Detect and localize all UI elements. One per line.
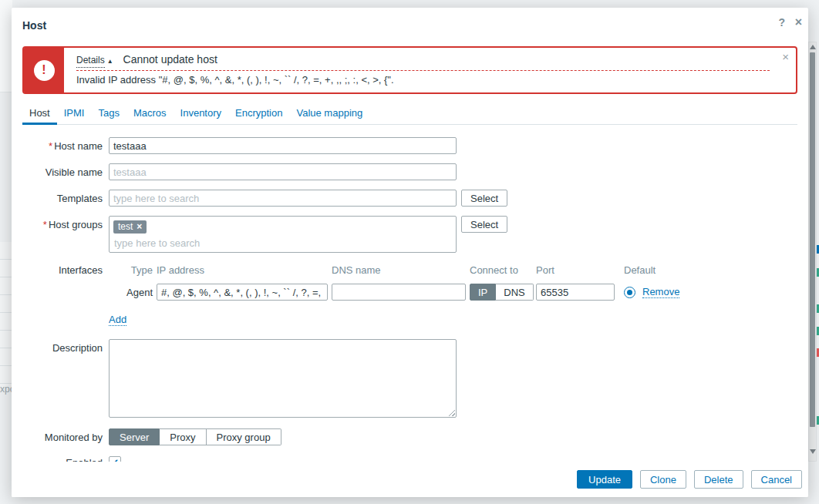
description-textarea[interactable] [109,339,457,418]
tab-value-mapping[interactable]: Value mapping [289,103,369,124]
description-label: Description [22,339,109,354]
background-table-rows [0,242,12,388]
scrollbar-track[interactable] [808,42,817,462]
connect-ip-button[interactable]: IP [470,284,496,301]
interface-port-input[interactable] [536,284,615,301]
description-row: Description [22,339,797,418]
page: xpo Host ? × ! Details ▲ Cannot update h… [0,0,819,504]
scroll-down-arrow-icon[interactable] [810,449,816,454]
error-title: Cannot update host [123,53,217,66]
visible-name-row: Visible name [22,163,797,180]
dialog-footer: Update Clone Delete Cancel [12,462,808,497]
dialog-tabs: Host IPMI Tags Macros Inventory Encrypti… [22,103,797,125]
default-radio[interactable] [624,287,635,298]
cancel-button[interactable]: Cancel [751,470,802,489]
templates-input[interactable] [109,190,457,207]
update-button[interactable]: Update [577,470,632,489]
interface-remove-link[interactable]: Remove [642,286,679,298]
host-form: *Host name Visible name Templates Select… [12,125,808,469]
col-connect-to: Connect to [470,264,532,276]
radio-dot [627,290,632,295]
tab-tags[interactable]: Tags [91,103,126,124]
required-mark: * [43,219,47,230]
col-default: Default [618,264,679,276]
description-wrap [109,339,457,418]
dialog-header: Host ? × [12,8,808,32]
interfaces-row: Interfaces Type IP address DNS name Conn… [22,264,797,339]
col-port: Port [536,264,615,276]
interface-ip-input[interactable] [157,284,328,301]
chip-label: test [118,222,133,232]
interface-add-link[interactable]: Add [109,314,126,326]
templates-label: Templates [22,190,109,204]
host-dialog: Host ? × ! Details ▲ Cannot update host … [12,8,808,497]
visible-name-input[interactable] [109,163,457,180]
connect-to-toggle: IP DNS [470,284,532,301]
error-content: Details ▲ Cannot update host Invalid IP … [64,48,796,92]
host-groups-multiselect[interactable]: test × type here to search [109,216,457,253]
host-groups-label: Host groups [49,219,103,230]
templates-select-button[interactable]: Select [461,190,507,207]
host-groups-placeholder: type here to search [113,237,452,249]
tab-inventory[interactable]: Inventory [174,103,228,124]
interface-type-label: Agent [109,287,153,298]
error-close-icon[interactable]: × [782,52,789,62]
host-groups-row: *Host groups test × type here to search … [22,216,797,253]
monitored-server-button[interactable]: Server [109,428,160,445]
monitored-by-label: Monitored by [22,428,109,443]
interfaces-header: Type IP address DNS name Connect to Port… [109,264,679,276]
interface-default-cell: Remove [618,286,679,298]
details-collapse-arrow-icon[interactable]: ▲ [107,55,113,68]
col-ip-address: IP address [157,264,328,276]
host-name-input[interactable] [109,137,457,154]
monitored-proxy-button[interactable]: Proxy [160,428,206,445]
connect-dns-button[interactable]: DNS [496,284,533,301]
scrollbar-thumb[interactable] [810,52,815,427]
tab-ipmi[interactable]: IPMI [57,103,92,124]
interface-agent-row: Agent IP DNS Remove [109,284,679,301]
host-group-chip: test × [113,220,147,234]
required-mark: * [49,140,52,152]
col-type: Type [109,264,153,276]
error-exclamation-icon: ! [34,60,55,81]
dialog-title: Host [22,18,797,32]
help-icon[interactable]: ? [778,16,785,29]
interface-dns-input[interactable] [332,284,466,301]
dialog-close-icon[interactable]: × [795,16,802,29]
monitored-by-segmented: Server Proxy Proxy group [109,428,281,445]
delete-button[interactable]: Delete [694,470,743,489]
error-separator [76,70,770,71]
tab-host[interactable]: Host [22,103,57,125]
host-name-row: *Host name [22,137,797,154]
error-detail-message: Invalid IP address "#, @, $, %, ^, &, *,… [76,74,770,86]
visible-name-label: Visible name [22,163,109,178]
clone-button[interactable]: Clone [640,470,686,489]
details-toggle-link[interactable]: Details [76,54,105,68]
host-name-label: Host name [54,140,103,152]
scroll-up-arrow-icon[interactable] [810,45,816,49]
monitored-proxy-group-button[interactable]: Proxy group [207,428,281,445]
host-groups-select-button[interactable]: Select [461,216,507,233]
interfaces-label: Interfaces [22,264,109,276]
background-header-band [0,0,12,92]
chip-remove-icon[interactable]: × [136,222,142,232]
error-message-box: ! Details ▲ Cannot update host Invalid I… [22,46,797,94]
col-dns-name: DNS name [332,264,466,276]
tab-encryption[interactable]: Encryption [228,103,289,124]
interfaces-block: Type IP address DNS name Connect to Port… [109,264,679,339]
tab-macros[interactable]: Macros [126,103,174,124]
monitored-by-row: Monitored by Server Proxy Proxy group [22,428,797,445]
error-icon-block: ! [24,48,64,92]
templates-row: Templates Select [22,190,797,207]
